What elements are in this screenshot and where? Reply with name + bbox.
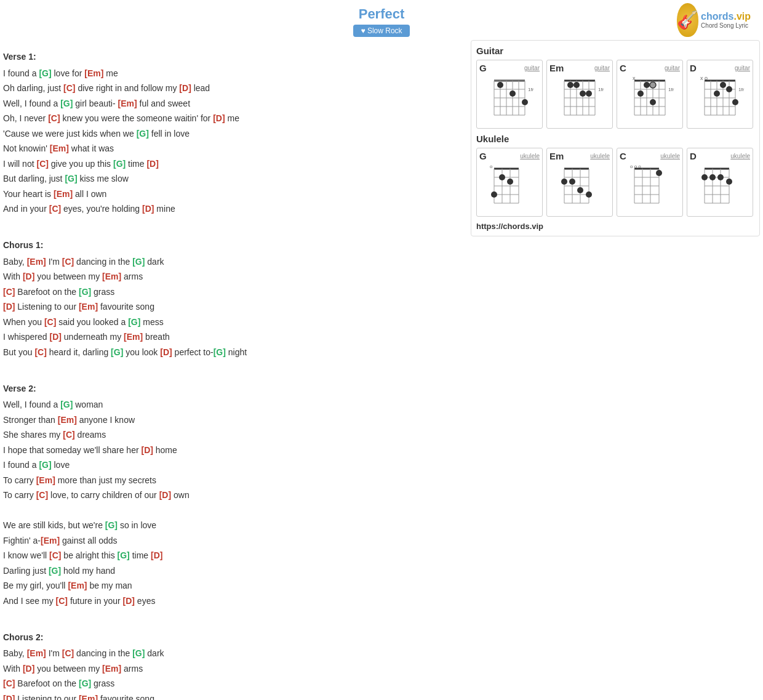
chord-diagram-g: 1fr <box>482 74 537 124</box>
lyric-line: I hope that someday we'll share her [D] … <box>3 443 465 458</box>
chord-name: D <box>690 63 697 73</box>
chord-box-em-ukulele: Em ukulele <box>546 148 613 217</box>
lyric-line: She shares my [C] dreams <box>3 427 465 443</box>
svg-text:o: o <box>490 164 493 169</box>
chorus1-label: Chorus 1: <box>3 238 465 253</box>
lyric-line: To carry [Em] more than just my secrets <box>3 473 465 488</box>
svg-point-62 <box>720 82 726 88</box>
lyric-line <box>3 217 465 232</box>
svg-point-65 <box>732 99 738 105</box>
lyric-line: I will not [C] give you up this [G] time… <box>3 156 465 172</box>
chord-box-d-guitar: D guitar x o 1fr <box>687 60 753 129</box>
lyric-line: We are still kids, but we're [G] so in l… <box>3 518 465 533</box>
logo-subtitle: Chord Song Lyric <box>701 22 748 29</box>
chord-type[interactable]: guitar <box>594 65 610 71</box>
chord-box-c-ukulele: C ukulele o o o <box>617 148 683 217</box>
chord-name: Em <box>549 63 564 73</box>
chord-name: D <box>690 151 697 161</box>
lyric-line: But you [C] heard it, darling [G] you lo… <box>3 345 465 360</box>
genre-badge: Slow Rock <box>353 25 409 37</box>
ukulele-section-title: Ukulele <box>476 134 754 144</box>
lyric-line: And in your [C] eyes, you're holding [D]… <box>3 201 465 217</box>
lyric-line <box>3 503 465 518</box>
lyric-line: Well, I found a [G] girl beauti- [Em] fu… <box>3 96 465 111</box>
chord-diagram-c: x 1fr <box>622 74 677 124</box>
chord-name: C <box>620 63 626 73</box>
svg-text:1fr: 1fr <box>528 87 534 92</box>
chord-box-g-guitar: G guitar <box>476 60 543 129</box>
lyric-line <box>3 360 465 375</box>
svg-text:1fr: 1fr <box>598 87 604 92</box>
chord-type[interactable]: ukulele <box>520 153 540 159</box>
lyric-line: Not knowin' [Em] what it was <box>3 141 465 156</box>
svg-point-91 <box>586 191 592 198</box>
svg-point-90 <box>577 187 583 193</box>
chord-type[interactable]: guitar <box>735 65 750 71</box>
svg-point-63 <box>726 86 732 92</box>
svg-text:1fr: 1fr <box>668 87 674 92</box>
verse2-label: Verse 2: <box>3 381 465 396</box>
svg-point-112 <box>701 174 708 180</box>
lyric-line: Oh darling, just [C] dive right in and f… <box>3 81 465 96</box>
svg-point-31 <box>586 91 592 97</box>
lyric-line: I found a [G] love for [Em] me <box>3 66 465 81</box>
lyric-line: I found a [G] love <box>3 457 465 473</box>
lyric-line: With [D] you between my [Em] arms <box>3 661 465 677</box>
chords-sidebar: Guitar G guitar <box>471 40 760 236</box>
chord-type[interactable]: guitar <box>665 65 680 71</box>
chord-name: C <box>620 151 626 161</box>
svg-point-64 <box>714 91 720 97</box>
logo-name: chords.vip <box>701 11 751 22</box>
svg-point-14 <box>509 91 516 97</box>
lyric-line: [D] Listening to our [Em] favourite song <box>3 691 465 701</box>
svg-point-29 <box>573 82 580 88</box>
site-logo[interactable]: 🎸 chords.vip Chord Song Lyric <box>677 3 751 37</box>
svg-point-47 <box>637 91 644 97</box>
svg-point-48 <box>650 99 656 105</box>
svg-point-89 <box>569 179 575 185</box>
svg-point-45 <box>644 82 650 88</box>
lyric-line: And I see my [C] future in your [D] eyes <box>3 593 465 609</box>
svg-point-13 <box>497 82 503 88</box>
chord-diagram-g-uke: o <box>482 163 537 212</box>
lyric-line <box>3 608 465 624</box>
logo-guitar-icon: 🎸 <box>677 3 698 37</box>
lyric-line: Darling just [G] hold my hand <box>3 563 465 579</box>
chord-diagram-c-uke: o o o <box>622 163 677 212</box>
lyric-line: Your heart is [Em] all I own <box>3 187 465 202</box>
lyric-line: [C] Barefoot on the [G] grass <box>3 284 465 300</box>
lyric-line: But darling, just [G] kiss me slow <box>3 171 465 187</box>
chord-box-em-guitar: Em guitar 1fr <box>546 60 613 129</box>
lyric-line: [D] Listening to our [Em] favourite song <box>3 299 465 315</box>
lyrics-section: Verse 1: I found a [G] love for [Em] me … <box>3 40 465 700</box>
chord-diagram-em-uke <box>552 163 607 212</box>
chord-name: G <box>479 63 487 73</box>
svg-point-46 <box>650 82 656 88</box>
lyric-line: Be my girl, you'll [Em] be my man <box>3 578 465 593</box>
lyric-line: Fightin' a-[Em] gainst all odds <box>3 533 465 549</box>
svg-text:1fr: 1fr <box>738 87 745 92</box>
chord-box-c-guitar: C guitar x 1fr <box>617 60 683 129</box>
chord-diagram-em: 1fr <box>552 74 607 124</box>
chord-box-g-ukulele: G ukulele o <box>476 148 543 217</box>
lyric-line: When you [C] said you looked a [G] mess <box>3 315 465 330</box>
chord-type[interactable]: ukulele <box>590 153 610 159</box>
chord-box-d-ukulele: D ukulele <box>687 148 753 217</box>
chord-type[interactable]: guitar <box>524 65 540 71</box>
lyric-line: Baby, [Em] I'm [C] dancing in the [G] da… <box>3 254 465 270</box>
svg-point-114 <box>717 174 724 180</box>
lyric-line: [C] Barefoot on the [G] grass <box>3 676 465 691</box>
lyric-line: Stronger than [Em] anyone I know <box>3 412 465 428</box>
chord-type[interactable]: ukulele <box>730 153 750 159</box>
lyric-line: Oh, I never [C] knew you were the someon… <box>3 111 465 126</box>
lyric-line: To carry [C] love, to carry children of … <box>3 488 465 503</box>
svg-point-102 <box>656 170 662 176</box>
main-layout: Verse 1: I found a [G] love for [Em] me … <box>0 40 763 700</box>
chord-type[interactable]: ukulele <box>660 153 680 159</box>
svg-point-15 <box>522 99 528 105</box>
ukulele-chord-row: G ukulele o <box>476 148 754 217</box>
svg-point-115 <box>726 179 732 185</box>
lyric-line: I know we'll [C] be alright this [G] tim… <box>3 548 465 563</box>
lyric-line: With [D] you between my [Em] arms <box>3 269 465 284</box>
svg-point-113 <box>709 174 716 180</box>
